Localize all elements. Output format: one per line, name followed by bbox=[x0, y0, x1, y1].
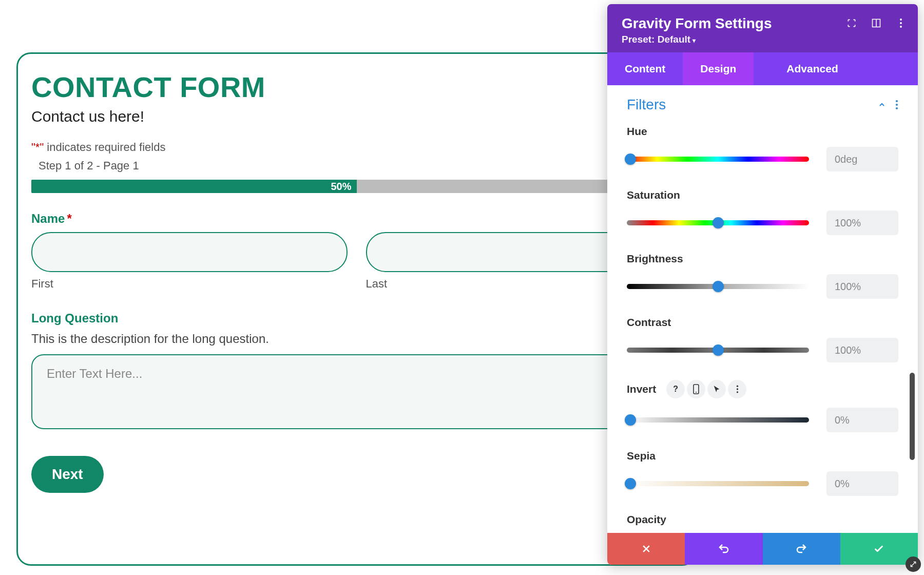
form-subtitle: Contact us here! bbox=[31, 108, 682, 125]
svg-point-12 bbox=[737, 391, 738, 393]
filter-opacity: Opacity bbox=[627, 513, 898, 526]
contrast-value[interactable]: 100% bbox=[826, 338, 898, 362]
invert-value[interactable]: 0% bbox=[826, 408, 898, 432]
progress-fill: 50% bbox=[31, 180, 357, 193]
tab-content[interactable]: Content bbox=[607, 52, 683, 85]
invert-slider-thumb[interactable] bbox=[625, 414, 636, 426]
contrast-slider[interactable] bbox=[627, 348, 809, 353]
filter-invert: Invert ? 0% bbox=[627, 380, 898, 432]
invert-more-icon[interactable] bbox=[728, 380, 746, 398]
svg-line-15 bbox=[911, 562, 915, 566]
filter-sepia: Sepia 0% bbox=[627, 450, 898, 496]
progress-bar: 50% bbox=[31, 180, 682, 193]
saturation-value[interactable]: 100% bbox=[826, 210, 898, 235]
svg-point-2 bbox=[900, 18, 902, 21]
section-more-icon[interactable] bbox=[895, 100, 898, 110]
tab-design[interactable]: Design bbox=[683, 52, 754, 85]
invert-label: Invert ? bbox=[627, 380, 898, 398]
resize-handle[interactable] bbox=[906, 557, 921, 572]
more-icon[interactable] bbox=[895, 17, 907, 29]
step-indicator: Step 1 of 2 - Page 1 bbox=[38, 159, 682, 172]
contrast-slider-thumb[interactable] bbox=[713, 344, 724, 356]
brightness-label: Brightness bbox=[627, 253, 898, 265]
panel-footer bbox=[607, 533, 918, 565]
brightness-slider[interactable] bbox=[627, 284, 809, 289]
mobile-icon[interactable] bbox=[687, 380, 705, 398]
undo-button[interactable] bbox=[685, 533, 762, 565]
collapse-icon[interactable] bbox=[878, 101, 886, 109]
filter-saturation: Saturation 100% bbox=[627, 189, 898, 235]
hue-slider[interactable] bbox=[627, 157, 809, 162]
filter-hue: Hue 0deg bbox=[627, 125, 898, 171]
long-question-label: Long Question bbox=[31, 311, 682, 325]
svg-point-4 bbox=[900, 26, 902, 28]
svg-point-6 bbox=[896, 104, 898, 106]
invert-slider[interactable] bbox=[627, 417, 809, 423]
svg-point-10 bbox=[737, 386, 738, 387]
next-button[interactable]: Next bbox=[31, 456, 104, 493]
long-question-textarea[interactable] bbox=[31, 354, 682, 429]
hover-icon[interactable] bbox=[707, 380, 726, 398]
contact-form-container: CONTACT FORM Contact us here! "*" indica… bbox=[16, 52, 697, 566]
long-question-description: This is the description for the long que… bbox=[31, 332, 682, 346]
sepia-value[interactable]: 0% bbox=[826, 471, 898, 496]
svg-point-7 bbox=[896, 107, 898, 109]
brightness-slider-thumb[interactable] bbox=[713, 281, 724, 292]
filter-contrast: Contrast 100% bbox=[627, 316, 898, 362]
tab-advanced[interactable]: Advanced bbox=[769, 52, 855, 85]
contrast-label: Contrast bbox=[627, 316, 898, 329]
saturation-label: Saturation bbox=[627, 189, 898, 201]
sepia-slider-thumb[interactable] bbox=[625, 478, 636, 489]
help-icon[interactable]: ? bbox=[666, 380, 685, 398]
name-field-label: Name* bbox=[31, 212, 682, 226]
first-name-input[interactable] bbox=[31, 232, 348, 272]
filter-brightness: Brightness 100% bbox=[627, 253, 898, 299]
opacity-label: Opacity bbox=[627, 513, 898, 526]
svg-point-3 bbox=[900, 22, 902, 24]
saturation-slider[interactable] bbox=[627, 220, 809, 225]
redo-button[interactable] bbox=[763, 533, 840, 565]
panel-header: Gravity Form Settings Preset: Default▾ bbox=[607, 4, 918, 52]
section-filters-title: Filters bbox=[627, 97, 666, 113]
layout-icon[interactable] bbox=[871, 17, 882, 29]
panel-scrollbar[interactable] bbox=[910, 373, 915, 460]
svg-point-11 bbox=[737, 388, 738, 390]
preset-dropdown[interactable]: Preset: Default▾ bbox=[622, 34, 903, 45]
panel-body: Filters Hue 0deg Saturation bbox=[607, 85, 918, 533]
cancel-button[interactable] bbox=[607, 533, 685, 565]
expand-icon[interactable] bbox=[846, 17, 857, 29]
svg-point-5 bbox=[896, 100, 898, 102]
sepia-slider[interactable] bbox=[627, 481, 809, 486]
saturation-slider-thumb[interactable] bbox=[713, 217, 724, 228]
hue-value[interactable]: 0deg bbox=[826, 147, 898, 171]
panel-tabs: Content Design Advanced bbox=[607, 52, 918, 85]
sepia-label: Sepia bbox=[627, 450, 898, 462]
settings-panel: Gravity Form Settings Preset: Default▾ C… bbox=[607, 4, 918, 565]
hue-label: Hue bbox=[627, 125, 898, 138]
first-name-sublabel: First bbox=[31, 277, 348, 291]
form-title: CONTACT FORM bbox=[31, 70, 682, 104]
hue-slider-thumb[interactable] bbox=[625, 154, 636, 165]
brightness-value[interactable]: 100% bbox=[826, 274, 898, 299]
required-fields-note: "*" indicates required fields bbox=[31, 141, 682, 154]
